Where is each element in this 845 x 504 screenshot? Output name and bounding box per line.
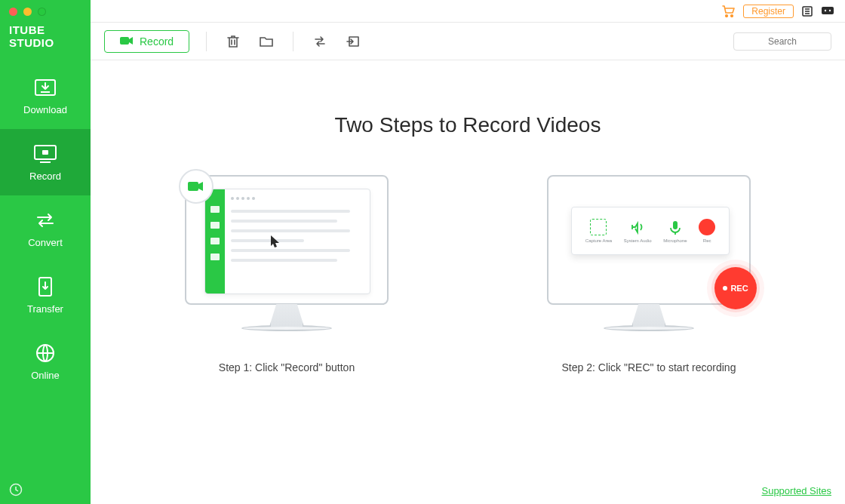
sidebar-item-label: Record (29, 171, 61, 182)
svg-rect-9 (822, 7, 834, 14)
globe-icon (32, 343, 58, 364)
step1-caption: Step 1: Click "Record" button (219, 361, 355, 373)
download-icon (32, 77, 58, 98)
svg-point-10 (825, 9, 826, 11)
divider (206, 32, 207, 51)
step-1: Step 1: Click "Record" button (185, 175, 389, 373)
toolbar: Record (91, 23, 845, 60)
opt-label: Microphone (663, 238, 687, 243)
step2-illustration: Capture Area System Audio Microphone Rec (547, 175, 751, 331)
sidebar-item-transfer[interactable]: Transfer (0, 262, 91, 328)
sidebar-item-record[interactable]: Record (0, 129, 91, 195)
close-window-icon[interactable] (9, 8, 17, 16)
rec-badge-label: REC (730, 284, 748, 293)
sidebar-item-online[interactable]: Online (0, 328, 91, 395)
svg-rect-2 (42, 150, 48, 155)
sidebar-item-label: Online (31, 370, 60, 381)
sidebar: ITUBE STUDIO Download (0, 0, 91, 504)
step2-caption: Step 2: Click "REC" to start recording (562, 361, 736, 373)
refresh-icon[interactable] (310, 32, 330, 51)
step1-illustration (185, 175, 389, 331)
topbar: Register (91, 0, 845, 23)
sidebar-nav: Download Record (0, 63, 91, 395)
main-area: Register Record (91, 0, 845, 504)
opt-label: Capture Area (585, 238, 612, 243)
sidebar-item-label: Convert (28, 237, 63, 248)
minimize-window-icon[interactable] (23, 8, 32, 16)
record-button[interactable]: Record (104, 30, 189, 53)
trash-icon[interactable] (223, 32, 243, 51)
camera-icon (120, 35, 134, 48)
content: Two Steps to Record Videos (91, 60, 845, 504)
svg-rect-12 (120, 37, 129, 45)
sidebar-item-label: Download (23, 104, 67, 115)
rec-badge-icon: REC (714, 267, 757, 309)
register-button[interactable]: Register (743, 5, 794, 18)
record-screen-icon (32, 143, 58, 164)
cart-icon[interactable] (722, 5, 736, 17)
feedback-icon[interactable] (821, 6, 834, 17)
svg-rect-15 (673, 221, 678, 229)
steps-row: Step 1: Click "Record" button Capture Ar… (121, 175, 815, 373)
step-2: Capture Area System Audio Microphone Rec (547, 175, 751, 373)
opt-label: System Audio (624, 238, 652, 243)
supported-sites-link[interactable]: Supported Sites (761, 485, 831, 496)
sidebar-item-download[interactable]: Download (0, 63, 91, 129)
record-button-label: Record (140, 35, 174, 48)
sidebar-item-label: Transfer (27, 303, 63, 315)
cursor-icon (270, 235, 281, 251)
svg-point-11 (829, 9, 831, 11)
import-icon[interactable] (343, 32, 363, 51)
app-title: ITUBE STUDIO (0, 20, 91, 63)
svg-point-6 (726, 14, 728, 17)
page-title: Two Steps to Record Videos (121, 113, 815, 137)
zoom-window-icon[interactable] (38, 8, 46, 16)
svg-point-7 (731, 14, 733, 17)
window-controls (0, 0, 91, 20)
search-input[interactable] (733, 32, 831, 51)
sidebar-item-convert[interactable]: Convert (0, 195, 91, 262)
divider (293, 32, 293, 51)
opt-label: Rec (703, 238, 711, 243)
convert-icon (32, 210, 58, 231)
transfer-icon (32, 276, 58, 297)
svg-rect-14 (188, 182, 198, 191)
menu-list-icon[interactable] (801, 5, 813, 17)
history-icon[interactable] (9, 483, 81, 496)
folder-icon[interactable] (257, 32, 276, 51)
camera-callout-icon (179, 169, 214, 204)
